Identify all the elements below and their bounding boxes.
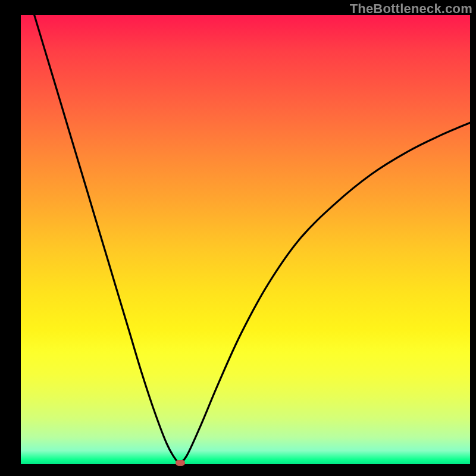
optimum-marker xyxy=(176,460,185,466)
bottleneck-curve xyxy=(21,15,470,464)
outer-frame: TheBottleneck.com xyxy=(0,0,476,476)
